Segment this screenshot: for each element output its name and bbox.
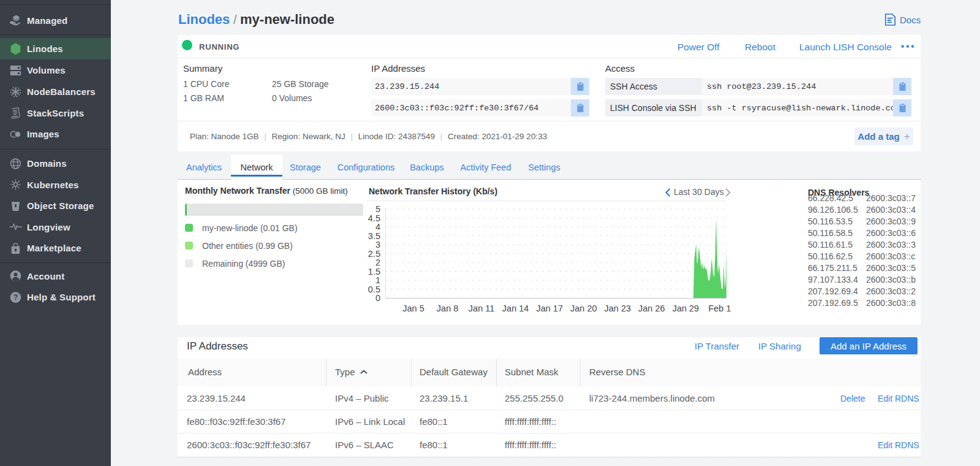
svg-text:Jan 17: Jan 17	[536, 304, 563, 313]
svg-text:Jan 23: Jan 23	[605, 304, 631, 313]
svg-text:Jan 14: Jan 14	[502, 304, 529, 313]
svg-text:Feb 1: Feb 1	[708, 304, 731, 313]
svg-text:Jan 26: Jan 26	[638, 304, 665, 313]
svg-text:Jan 8: Jan 8	[437, 304, 458, 313]
svg-text:?: ?	[13, 293, 18, 302]
svg-text:Jan 5: Jan 5	[402, 304, 424, 313]
svg-text:Jan 11: Jan 11	[469, 304, 494, 313]
svg-text:0: 0	[375, 293, 380, 303]
svg-text:Jan 29: Jan 29	[673, 304, 699, 313]
svg-text:Jan 20: Jan 20	[570, 304, 597, 313]
